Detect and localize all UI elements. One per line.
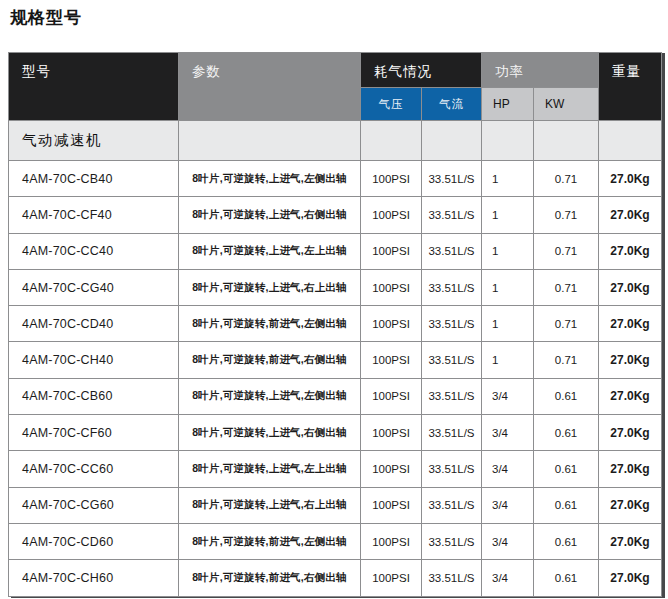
- flow-cell: 33.51L/S: [422, 451, 482, 487]
- header-power: 功率: [482, 53, 599, 88]
- pressure-cell: 100PSI: [361, 342, 422, 378]
- flow-cell: 33.51L/S: [422, 523, 482, 559]
- header-air-flow: 气流: [422, 88, 482, 121]
- model-cell: 4AM-70C-CD60: [9, 523, 179, 559]
- params-cell: 8叶片,可逆旋转,上进气,左侧出轴: [179, 161, 361, 197]
- pressure-cell: 100PSI: [361, 197, 422, 233]
- hp-cell: 3/4: [482, 415, 534, 451]
- kw-cell: 0.71: [534, 269, 599, 305]
- model-cell: 4AM-70C-CD40: [9, 306, 179, 342]
- header-kw: KW: [534, 88, 599, 121]
- flow-cell: 33.51L/S: [422, 415, 482, 451]
- params-cell: 8叶片,可逆旋转,上进气,左上出轴: [179, 233, 361, 269]
- weight-cell: 27.0Kg: [599, 487, 662, 523]
- kw-cell: 0.71: [534, 197, 599, 233]
- model-cell: 4AM-70C-CF60: [9, 415, 179, 451]
- weight-cell: 27.0Kg: [599, 415, 662, 451]
- hp-cell: 3/4: [482, 560, 534, 596]
- hp-cell: 1: [482, 197, 534, 233]
- table-row: 4AM-70C-CC408叶片,可逆旋转,上进气,左上出轴100PSI33.51…: [9, 233, 662, 269]
- category-empty-cell: [482, 121, 534, 161]
- pressure-cell: 100PSI: [361, 306, 422, 342]
- table-row: 4AM-70C-CB608叶片,可逆旋转,上进气,左侧出轴100PSI33.51…: [9, 378, 662, 414]
- flow-cell: 33.51L/S: [422, 342, 482, 378]
- table-row: 4AM-70C-CH408叶片,可逆旋转,前进气,右侧出轴100PSI33.51…: [9, 342, 662, 378]
- kw-cell: 0.71: [534, 161, 599, 197]
- pressure-cell: 100PSI: [361, 233, 422, 269]
- pressure-cell: 100PSI: [361, 523, 422, 559]
- pressure-cell: 100PSI: [361, 487, 422, 523]
- kw-cell: 0.61: [534, 487, 599, 523]
- header-weight: 重量: [599, 53, 662, 121]
- hp-cell: 3/4: [482, 378, 534, 414]
- flow-cell: 33.51L/S: [422, 161, 482, 197]
- kw-cell: 0.61: [534, 560, 599, 596]
- category-empty-cell: [534, 121, 599, 161]
- table-row: 4AM-70C-CC608叶片,可逆旋转,上进气,左上出轴100PSI33.51…: [9, 451, 662, 487]
- model-cell: 4AM-70C-CC40: [9, 233, 179, 269]
- hp-cell: 1: [482, 306, 534, 342]
- pressure-cell: 100PSI: [361, 161, 422, 197]
- header-air-pressure: 气压: [361, 88, 422, 121]
- weight-cell: 27.0Kg: [599, 342, 662, 378]
- kw-cell: 0.71: [534, 306, 599, 342]
- weight-cell: 27.0Kg: [599, 523, 662, 559]
- header-params: 参数: [179, 53, 361, 121]
- weight-cell: 27.0Kg: [599, 306, 662, 342]
- table-row: 4AM-70C-CH608叶片,可逆旋转,前进气,右侧出轴100PSI33.51…: [9, 560, 662, 596]
- params-cell: 8叶片,可逆旋转,前进气,左侧出轴: [179, 306, 361, 342]
- pressure-cell: 100PSI: [361, 269, 422, 305]
- hp-cell: 1: [482, 161, 534, 197]
- model-cell: 4AM-70C-CG40: [9, 269, 179, 305]
- kw-cell: 0.71: [534, 342, 599, 378]
- table-row: 4AM-70C-CG608叶片,可逆旋转,上进气,右上出轴100PSI33.51…: [9, 487, 662, 523]
- kw-cell: 0.61: [534, 378, 599, 414]
- table-row: 4AM-70C-CB408叶片,可逆旋转,上进气,左侧出轴100PSI33.51…: [9, 161, 662, 197]
- table-row: 4AM-70C-CF608叶片,可逆旋转,上进气,右侧出轴100PSI33.51…: [9, 415, 662, 451]
- header-row-1: 型号 参数 耗气情况 功率 重量: [9, 53, 662, 88]
- model-cell: 4AM-70C-CB60: [9, 378, 179, 414]
- table-body: 气动减速机 4AM-70C-CB408叶片,可逆旋转,上进气,左侧出轴100PS…: [9, 121, 662, 597]
- category-empty-cell: [599, 121, 662, 161]
- model-cell: 4AM-70C-CC60: [9, 451, 179, 487]
- hp-cell: 3/4: [482, 487, 534, 523]
- params-cell: 8叶片,可逆旋转,前进气,右侧出轴: [179, 560, 361, 596]
- hp-cell: 3/4: [482, 451, 534, 487]
- weight-cell: 27.0Kg: [599, 233, 662, 269]
- pressure-cell: 100PSI: [361, 451, 422, 487]
- params-cell: 8叶片,可逆旋转,前进气,右侧出轴: [179, 342, 361, 378]
- kw-cell: 0.61: [534, 451, 599, 487]
- hp-cell: 3/4: [482, 523, 534, 559]
- kw-cell: 0.71: [534, 233, 599, 269]
- model-cell: 4AM-70C-CF40: [9, 197, 179, 233]
- pressure-cell: 100PSI: [361, 415, 422, 451]
- hp-cell: 1: [482, 269, 534, 305]
- weight-cell: 27.0Kg: [599, 197, 662, 233]
- page-title: 规格型号: [10, 6, 82, 29]
- model-cell: 4AM-70C-CH60: [9, 560, 179, 596]
- table-row: 4AM-70C-CD608叶片,可逆旋转,前进气,左侧出轴100PSI33.51…: [9, 523, 662, 559]
- weight-cell: 27.0Kg: [599, 560, 662, 596]
- params-cell: 8叶片,可逆旋转,上进气,右侧出轴: [179, 415, 361, 451]
- category-empty-cell: [179, 121, 361, 161]
- params-cell: 8叶片,可逆旋转,上进气,右上出轴: [179, 269, 361, 305]
- hp-cell: 1: [482, 233, 534, 269]
- header-model: 型号: [9, 53, 179, 121]
- weight-cell: 27.0Kg: [599, 269, 662, 305]
- table-header: 型号 参数 耗气情况 功率 重量 气压 气流 HP KW: [9, 53, 662, 121]
- category-empty-cell: [361, 121, 422, 161]
- table-row: 4AM-70C-CD408叶片,可逆旋转,前进气,左侧出轴100PSI33.51…: [9, 306, 662, 342]
- table-row: 4AM-70C-CF408叶片,可逆旋转,上进气,右侧出轴100PSI33.51…: [9, 197, 662, 233]
- pressure-cell: 100PSI: [361, 378, 422, 414]
- params-cell: 8叶片,可逆旋转,前进气,左侧出轴: [179, 523, 361, 559]
- weight-cell: 27.0Kg: [599, 451, 662, 487]
- category-empty-cell: [422, 121, 482, 161]
- spec-table: 型号 参数 耗气情况 功率 重量 气压 气流 HP KW 气动减速机: [8, 52, 662, 597]
- category-row: 气动减速机: [9, 121, 662, 161]
- flow-cell: 33.51L/S: [422, 378, 482, 414]
- kw-cell: 0.61: [534, 523, 599, 559]
- weight-cell: 27.0Kg: [599, 161, 662, 197]
- category-label: 气动减速机: [9, 121, 179, 161]
- params-cell: 8叶片,可逆旋转,上进气,右侧出轴: [179, 197, 361, 233]
- model-cell: 4AM-70C-CH40: [9, 342, 179, 378]
